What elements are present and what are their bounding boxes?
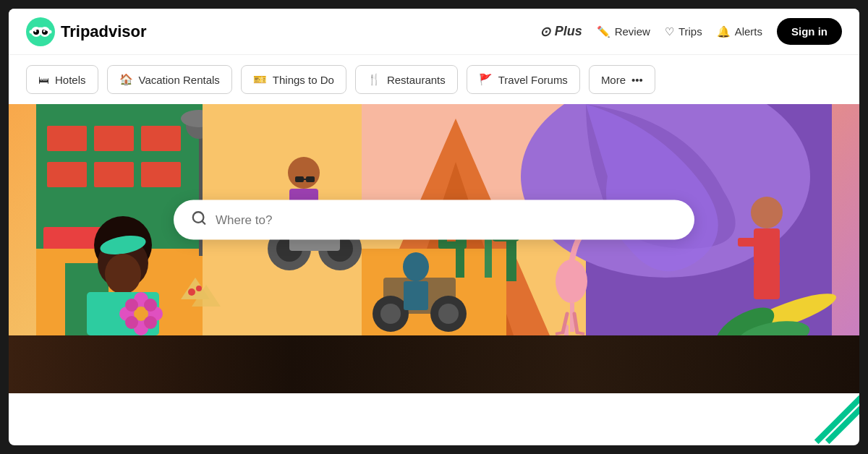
tab-vacation-rentals[interactable]: 🏠 Vacation Rentals — [107, 65, 232, 94]
svg-rect-84 — [754, 263, 780, 299]
header: Tripadvisor ⊙ Plus ✏️ Review ♡ Trips 🔔 A… — [9, 9, 859, 55]
svg-line-46 — [577, 333, 584, 334]
logo-text: Tripadvisor — [61, 22, 147, 41]
svg-point-91 — [196, 286, 202, 291]
bottom-preview-bg — [9, 335, 859, 393]
more-label: More — [601, 74, 626, 86]
nav-plus[interactable]: ⊙ Plus — [540, 24, 582, 40]
svg-point-90 — [188, 288, 195, 296]
ellipsis-icon: ••• — [631, 74, 643, 86]
search-container — [174, 200, 694, 240]
corner-decoration — [801, 387, 859, 445]
svg-point-6 — [43, 30, 46, 32]
svg-rect-13 — [94, 126, 134, 151]
ticket-icon: 🎫 — [253, 73, 267, 86]
svg-point-79 — [144, 316, 157, 329]
logo[interactable]: Tripadvisor — [26, 17, 147, 46]
heart-icon: ♡ — [665, 25, 674, 38]
nav-review-label: Review — [615, 25, 650, 38]
hero-section — [9, 104, 859, 335]
svg-rect-66 — [404, 281, 428, 310]
nav-plus-label: Plus — [555, 24, 582, 39]
svg-point-65 — [403, 252, 429, 281]
svg-line-45 — [556, 333, 563, 334]
search-bar[interactable] — [174, 200, 694, 240]
svg-point-78 — [144, 299, 157, 312]
svg-line-94 — [202, 221, 205, 224]
tab-more[interactable]: More ••• — [589, 65, 655, 94]
svg-point-64 — [438, 304, 459, 324]
tab-hotels-label: Hotels — [55, 74, 86, 86]
svg-rect-52 — [306, 176, 315, 182]
category-tabs: 🛏 Hotels 🏠 Vacation Rentals 🎫 Things to … — [9, 55, 859, 104]
svg-point-7 — [30, 30, 33, 33]
svg-rect-85 — [738, 238, 756, 247]
svg-point-39 — [556, 260, 587, 303]
nav-trips-label: Trips — [678, 25, 702, 38]
flag-icon: 🚩 — [479, 73, 493, 86]
svg-rect-15 — [47, 162, 87, 187]
svg-rect-51 — [295, 176, 304, 182]
svg-rect-12 — [47, 126, 87, 151]
svg-point-63 — [380, 304, 401, 324]
tab-travel-forums-label: Travel Forums — [498, 74, 568, 86]
svg-point-81 — [125, 316, 138, 329]
svg-point-82 — [751, 197, 783, 228]
fork-knife-icon: 🍴 — [367, 73, 381, 86]
sign-in-button[interactable]: Sign in — [777, 18, 842, 45]
nav-review[interactable]: ✏️ Review — [597, 25, 650, 38]
svg-point-8 — [48, 30, 52, 33]
nav-trips[interactable]: ♡ Trips — [665, 25, 702, 38]
nav-alerts[interactable]: 🔔 Alerts — [717, 25, 762, 38]
tripadvisor-logo-icon — [26, 17, 55, 46]
tab-things-to-do-label: Things to Do — [273, 74, 334, 86]
svg-rect-83 — [754, 228, 780, 265]
bell-icon: 🔔 — [717, 25, 731, 38]
tab-hotels[interactable]: 🛏 Hotels — [26, 65, 98, 94]
hotels-icon: 🛏 — [38, 74, 49, 86]
tab-restaurants[interactable]: 🍴 Restaurants — [355, 65, 458, 94]
svg-rect-14 — [141, 126, 181, 151]
svg-point-70 — [105, 254, 141, 294]
pencil-icon: ✏️ — [597, 25, 610, 38]
tab-things-to-do[interactable]: 🎫 Things to Do — [241, 65, 346, 94]
svg-point-47 — [288, 157, 320, 189]
plus-icon: ⊙ — [540, 24, 550, 40]
search-icon — [191, 210, 207, 230]
svg-point-80 — [125, 299, 138, 312]
tab-vacation-rentals-label: Vacation Rentals — [139, 74, 220, 86]
svg-rect-16 — [94, 162, 134, 187]
tab-restaurants-label: Restaurants — [387, 74, 446, 86]
bottom-preview — [9, 335, 859, 393]
nav-alerts-label: Alerts — [735, 25, 762, 38]
svg-rect-17 — [141, 162, 181, 187]
tab-travel-forums[interactable]: 🚩 Travel Forums — [467, 65, 580, 94]
search-input[interactable] — [216, 213, 677, 227]
vacation-rentals-icon: 🏠 — [119, 73, 133, 86]
header-nav: ⊙ Plus ✏️ Review ♡ Trips 🔔 Alerts Sign i… — [540, 18, 842, 45]
